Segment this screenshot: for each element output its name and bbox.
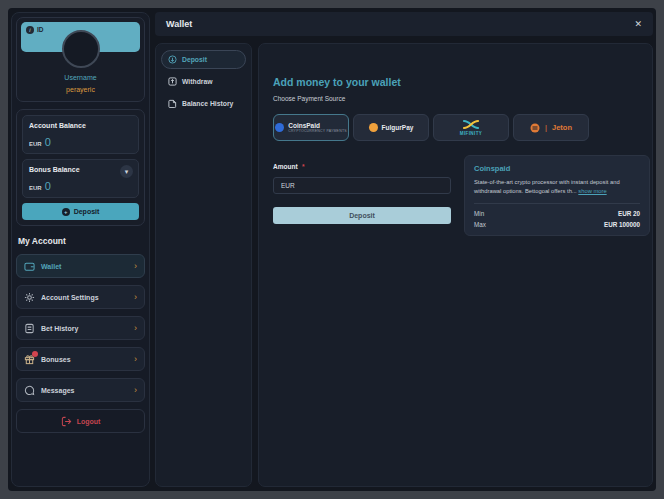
payment-method-fulgurpay[interactable]: FulgurPay <box>353 114 429 141</box>
balance-history-icon <box>168 99 177 108</box>
tab-label: Withdraw <box>182 78 213 85</box>
chevron-right-icon: › <box>134 386 137 395</box>
logout-icon <box>61 416 72 427</box>
chevron-right-icon: › <box>134 324 137 333</box>
chevron-right-icon: › <box>134 355 137 364</box>
gift-icon <box>24 354 35 365</box>
bonus-balance-currency: EUR <box>29 185 42 191</box>
deposit-submit-button[interactable]: Deposit <box>273 207 451 224</box>
withdraw-icon <box>168 77 177 86</box>
tab-balance-history[interactable]: Balance History <box>161 94 246 113</box>
username-label: Username <box>21 74 140 81</box>
sidebar-item-bonuses[interactable]: Bonuses › <box>16 347 145 371</box>
payment-info-description: State-of-the-art crypto processor with i… <box>474 178 640 196</box>
gear-icon <box>24 292 35 303</box>
app-window: i ID Username perayeric Account Balance … <box>8 8 656 491</box>
sidebar-deposit-button-label: Deposit <box>74 208 100 215</box>
player-id-label: ID <box>37 26 44 33</box>
deposit-content-panel: Add money to your wallet Choose Payment … <box>258 43 653 487</box>
username-value: perayeric <box>21 86 140 93</box>
close-icon[interactable]: ✕ <box>634 19 642 29</box>
bet-history-icon <box>24 323 35 334</box>
sidebar-item-label: Bonuses <box>41 356 128 363</box>
deposit-icon <box>168 55 177 64</box>
min-label: Min <box>474 210 484 217</box>
wallet-header: Wallet ✕ <box>155 12 653 36</box>
wallet-icon <box>24 261 35 272</box>
info-icon: i <box>26 26 34 34</box>
content-title: Add money to your wallet <box>273 76 638 88</box>
tab-deposit[interactable]: Deposit <box>161 50 246 69</box>
payment-source-label: Choose Payment Source <box>273 95 638 102</box>
account-balance-label: Account Balance <box>29 122 132 129</box>
payment-method-name: MIFINITY <box>460 131 482 136</box>
account-balance-value: 0 <box>45 136 51 148</box>
payment-method-name: CoinsPaid <box>288 122 320 129</box>
payment-method-name: FulgurPay <box>382 124 414 131</box>
jeton-separator: | <box>545 123 547 132</box>
logout-label: Logout <box>77 418 101 425</box>
payment-method-mifinity[interactable]: MIFINITY <box>433 114 509 141</box>
bonus-balance-value: 0 <box>45 180 51 192</box>
screen-frame: i ID Username perayeric Account Balance … <box>0 0 664 499</box>
wallet-tabs-panel: Deposit Withdraw Balance History <box>155 43 252 487</box>
payment-method-name: Jeton <box>552 123 572 132</box>
payment-method-jeton[interactable]: | Jeton <box>513 114 589 141</box>
chevron-right-icon: › <box>134 293 137 302</box>
payment-info-title: Coinspaid <box>474 164 640 173</box>
payment-method-coinspaid[interactable]: CoinsPaid CRYPTOCURRENCY PAYMENTS <box>273 114 349 141</box>
tab-withdraw[interactable]: Withdraw <box>161 72 246 91</box>
fulgurpay-logo-icon <box>369 123 378 132</box>
page-title: Wallet <box>166 19 634 29</box>
bonus-badge <box>32 351 38 357</box>
balance-card: Account Balance EUR 0 Bonus Balance ▾ EU… <box>16 109 145 226</box>
sidebar-item-label: Messages <box>41 387 128 394</box>
sidebar-item-bet-history[interactable]: Bet History › <box>16 316 145 340</box>
jeton-logo-icon <box>530 123 540 133</box>
my-account-heading: My Account <box>18 236 143 246</box>
max-label: Max <box>474 221 486 228</box>
tab-label: Balance History <box>182 100 233 107</box>
account-balance-box: Account Balance EUR 0 <box>22 115 139 154</box>
amount-form: Amount * Deposit <box>273 155 451 224</box>
payment-method-subtext: CRYPTOCURRENCY PAYMENTS <box>288 129 347 133</box>
amount-label: Amount <box>273 163 298 170</box>
messages-icon <box>24 385 35 396</box>
account-sidebar: i ID Username perayeric Account Balance … <box>11 12 150 487</box>
sidebar-item-wallet[interactable]: Wallet › <box>16 254 145 278</box>
sidebar-item-label: Account Settings <box>41 294 128 301</box>
sidebar-item-label: Wallet <box>41 263 128 270</box>
account-balance-currency: EUR <box>29 141 42 147</box>
chevron-right-icon: › <box>134 262 137 271</box>
sidebar-item-account-settings[interactable]: Account Settings › <box>16 285 145 309</box>
tab-label: Deposit <box>182 56 207 63</box>
coinspaid-logo-icon <box>275 123 284 132</box>
divider <box>474 203 640 204</box>
coin-icon: + <box>62 208 70 216</box>
avatar <box>62 30 100 68</box>
payment-method-row: CoinsPaid CRYPTOCURRENCY PAYMENTS Fulgur… <box>273 114 638 141</box>
required-asterisk: * <box>302 163 305 170</box>
max-limit-row: Max EUR 100000 <box>474 221 640 228</box>
profile-card: i ID Username perayeric <box>16 17 145 102</box>
min-limit-row: Min EUR 20 <box>474 210 640 217</box>
bonus-balance-label: Bonus Balance <box>29 166 132 173</box>
mifinity-logo-icon <box>462 119 480 130</box>
sidebar-item-messages[interactable]: Messages › <box>16 378 145 402</box>
max-value: EUR 100000 <box>604 221 640 228</box>
chevron-down-icon[interactable]: ▾ <box>120 165 133 178</box>
amount-input[interactable] <box>273 177 451 194</box>
bonus-balance-box: Bonus Balance ▾ EUR 0 <box>22 159 139 198</box>
sidebar-item-label: Bet History <box>41 325 128 332</box>
min-value: EUR 20 <box>618 210 640 217</box>
payment-info-panel: Coinspaid State-of-the-art crypto proces… <box>464 155 650 236</box>
show-more-link[interactable]: show more <box>578 188 606 194</box>
sidebar-deposit-button[interactable]: + Deposit <box>22 203 139 220</box>
logout-button[interactable]: Logout <box>16 409 145 433</box>
main-area: Wallet ✕ Deposit Withdraw <box>155 12 653 487</box>
